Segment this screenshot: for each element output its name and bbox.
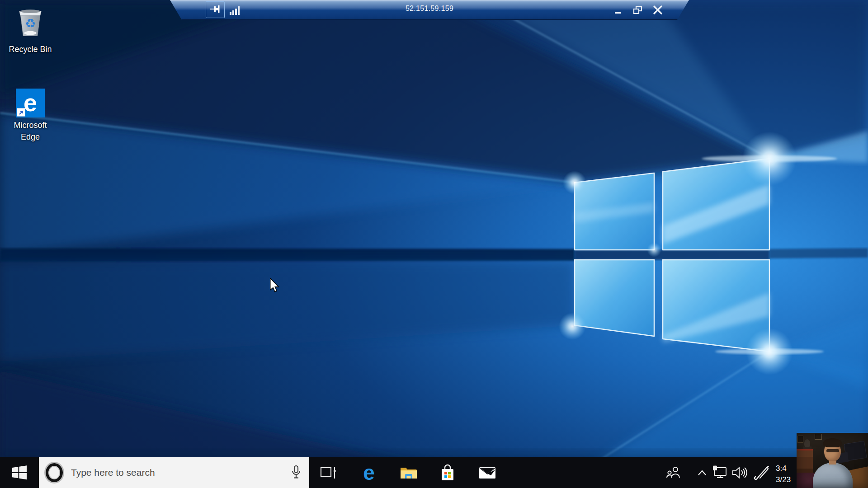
taskbar: Type here to search [0,457,868,488]
task-view-icon [320,466,337,479]
start-button[interactable] [0,457,39,488]
restore-down-icon [632,5,643,15]
start-icon [12,465,27,480]
rdp-connection-bar: 52.151.59.159 [170,0,689,20]
desktop-icon-microsoft-edge[interactable]: e Microsoft Edge [8,89,53,143]
volume-button[interactable] [730,457,750,488]
windows-hero-wallpaper [0,0,868,488]
minimize-icon [613,5,623,15]
close-icon [652,5,663,15]
taskbar-file-explorer-button[interactable] [398,457,420,488]
desktop-icon-recycle-bin[interactable]: ♻ Recycle Bin [3,5,57,55]
mouse-cursor [269,278,280,292]
minimize-button[interactable] [611,3,625,17]
people-button[interactable] [663,457,684,488]
network-icon [711,465,728,480]
show-hidden-icons-button[interactable] [695,457,709,488]
windows-ink-button[interactable] [750,457,772,488]
webcam-overlay [797,433,868,488]
edge-shortcut-label: Microsoft Edge [8,119,53,143]
people-icon [666,465,681,480]
recycle-bin-label: Recycle Bin [3,43,57,55]
microsoft-store-icon [439,464,456,482]
network-button[interactable] [710,457,730,488]
volume-icon [731,466,748,479]
search-placeholder: Type here to search [71,467,290,478]
recycle-glyph: ♻ [25,16,36,30]
microphone-icon[interactable] [290,465,302,480]
file-explorer-icon [400,465,418,480]
windows-ink-pen-icon [753,465,769,480]
taskbar-mail-button[interactable] [476,457,498,488]
recycle-bin-icon: ♻ [13,5,47,42]
taskbar-edge-button[interactable]: e [358,457,380,488]
close-button[interactable] [651,3,665,17]
taskbar-store-button[interactable] [437,457,458,488]
edge-icon: e [16,89,45,117]
webcam-vignette [797,433,868,488]
mail-icon [478,466,496,479]
search-input[interactable]: Type here to search [39,457,309,488]
hidden-icons-chevron-icon [697,469,707,476]
cortana-icon [46,463,63,482]
remote-desktop-screen: 52.151.59.159 [0,0,868,488]
shortcut-arrow-icon [17,108,25,117]
rdp-window-controls [611,3,665,17]
task-view-button[interactable] [318,457,340,488]
restore-button[interactable] [631,3,645,17]
edge-icon: e [363,462,375,483]
